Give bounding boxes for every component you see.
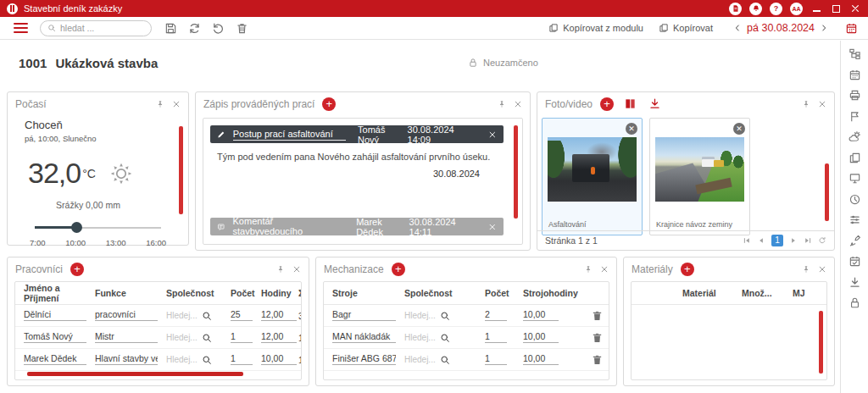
- entry-body[interactable]: Tým pod vedením pana Nového zahájil asfa…: [210, 143, 504, 162]
- close-panel-icon[interactable]: [292, 265, 301, 274]
- download-photos-icon[interactable]: [648, 97, 661, 110]
- company-lookup-field[interactable]: Hledej...: [166, 355, 200, 364]
- printer-icon[interactable]: [849, 89, 861, 102]
- panel-scrollbar[interactable]: [825, 163, 829, 221]
- structure-tree-icon[interactable]: [849, 47, 861, 60]
- remove-photo-icon[interactable]: ✕: [733, 123, 745, 135]
- delete-entry-icon[interactable]: [488, 130, 497, 139]
- user-avatar[interactable]: AA: [790, 3, 803, 15]
- entry-header[interactable]: Postup prací asfaltování Tomáš Nový 30.0…: [210, 125, 504, 143]
- machine-name-field[interactable]: Finišer ABG 6870: [332, 353, 396, 365]
- previous-page-icon[interactable]: [757, 236, 765, 245]
- delete-row-icon[interactable]: [591, 331, 604, 344]
- worker-name-field[interactable]: Tomáš Nový: [24, 331, 86, 343]
- weather-icon[interactable]: [849, 130, 861, 143]
- search-icon[interactable]: [440, 355, 450, 365]
- count-field[interactable]: 2: [485, 309, 507, 321]
- worker-name-field[interactable]: Dělníci: [24, 309, 86, 321]
- maximize-button[interactable]: [830, 3, 842, 14]
- machine-name-field[interactable]: Bagr: [332, 309, 396, 321]
- add-entry-button[interactable]: +: [322, 97, 336, 111]
- close-panel-icon[interactable]: [600, 265, 609, 274]
- refresh-icon[interactable]: [818, 236, 826, 245]
- notifications-bell-icon[interactable]: [749, 3, 762, 15]
- delete-row-icon[interactable]: [591, 353, 604, 366]
- lock-status[interactable]: Neuzamčeno: [468, 58, 538, 68]
- search-icon[interactable]: [440, 311, 450, 321]
- pin-icon[interactable]: [156, 100, 164, 108]
- pin-icon[interactable]: [498, 100, 506, 108]
- delete-row-icon[interactable]: [591, 309, 604, 322]
- first-page-icon[interactable]: [743, 236, 751, 245]
- lock-icon[interactable]: [849, 296, 861, 309]
- time-slider[interactable]: [35, 222, 161, 233]
- hours-field[interactable]: 12,00: [261, 331, 297, 343]
- photo-thumbnail[interactable]: [655, 137, 744, 202]
- slider-handle[interactable]: [71, 222, 82, 233]
- hours-field[interactable]: 10,00: [261, 353, 297, 365]
- previous-day-icon[interactable]: [733, 24, 742, 32]
- signature-icon[interactable]: [849, 235, 861, 247]
- settings-list-icon[interactable]: [849, 213, 861, 226]
- add-worker-button[interactable]: +: [70, 263, 84, 276]
- company-lookup-field[interactable]: Hledej...: [404, 333, 438, 342]
- gallery-icon[interactable]: [624, 97, 637, 110]
- close-panel-icon[interactable]: [818, 100, 826, 108]
- search-icon[interactable]: [202, 355, 212, 365]
- flag-icon[interactable]: [849, 110, 861, 123]
- sync-icon[interactable]: [188, 22, 201, 35]
- search-input[interactable]: [60, 23, 136, 33]
- company-lookup-field[interactable]: Hledej...: [166, 333, 200, 342]
- next-day-icon[interactable]: [820, 24, 828, 32]
- search-icon[interactable]: [202, 333, 212, 343]
- panel-scrollbar[interactable]: [514, 125, 518, 219]
- search-box[interactable]: [40, 20, 152, 36]
- calendar-picker-icon[interactable]: [845, 22, 858, 35]
- entry-title[interactable]: Postup prací asfaltování: [233, 129, 346, 141]
- horizontal-scrollbar[interactable]: [27, 372, 243, 376]
- worker-role-field[interactable]: Mistr: [95, 331, 158, 343]
- count-field[interactable]: 1: [485, 331, 507, 343]
- pin-icon[interactable]: [584, 265, 593, 274]
- pin-icon[interactable]: [802, 265, 810, 274]
- current-date[interactable]: pá 30.08.2024: [747, 22, 815, 34]
- entry-title[interactable]: Komentář stavbyvedoucího: [233, 216, 345, 238]
- photo-card[interactable]: ✕ Asfaltování: [542, 118, 643, 235]
- download-icon[interactable]: [849, 276, 861, 289]
- next-page-icon[interactable]: [789, 236, 798, 245]
- entry-header[interactable]: Komentář stavbyvedoucího Marek Dědek 30.…: [210, 218, 504, 235]
- delete-entry-icon[interactable]: [488, 223, 497, 231]
- save-icon[interactable]: [164, 22, 177, 35]
- menu-hamburger-icon[interactable]: [14, 23, 28, 33]
- search-icon[interactable]: [440, 333, 450, 343]
- worker-name-field[interactable]: Marek Dědek: [24, 353, 86, 365]
- current-page[interactable]: 1: [771, 235, 783, 246]
- photo-card[interactable]: ✕ Krajnice návoz zeminy: [649, 118, 750, 235]
- count-field[interactable]: 25: [231, 309, 253, 321]
- photo-thumbnail[interactable]: [548, 137, 637, 202]
- company-lookup-field[interactable]: Hledej...: [404, 355, 438, 364]
- monitor-icon[interactable]: [849, 172, 861, 185]
- machine-hours-field[interactable]: 10,00: [523, 353, 559, 365]
- minimize-button[interactable]: [810, 3, 822, 14]
- machine-hours-field[interactable]: 10,00: [523, 331, 559, 343]
- close-panel-icon[interactable]: [514, 100, 522, 108]
- add-photo-button[interactable]: +: [600, 97, 614, 111]
- pin-icon[interactable]: [802, 100, 810, 108]
- calendar-check-icon[interactable]: [849, 255, 861, 268]
- pin-icon[interactable]: [276, 265, 285, 274]
- close-panel-icon[interactable]: [172, 100, 181, 108]
- calendar-icon[interactable]: [849, 69, 861, 81]
- company-lookup-field[interactable]: Hledej...: [404, 311, 438, 320]
- worker-role-field[interactable]: Hlavní stavby vedoucí: [95, 353, 158, 365]
- panel-scrollbar[interactable]: [179, 126, 183, 214]
- close-panel-icon[interactable]: [818, 265, 826, 274]
- hours-field[interactable]: 12,00: [261, 309, 297, 321]
- add-machine-button[interactable]: +: [392, 263, 405, 276]
- history-icon[interactable]: [849, 193, 861, 206]
- remove-photo-icon[interactable]: ✕: [626, 123, 637, 135]
- delete-icon[interactable]: [236, 22, 248, 35]
- worker-role-field[interactable]: pracovníci: [95, 309, 158, 321]
- search-icon[interactable]: [202, 311, 212, 321]
- count-field[interactable]: 1: [231, 353, 253, 365]
